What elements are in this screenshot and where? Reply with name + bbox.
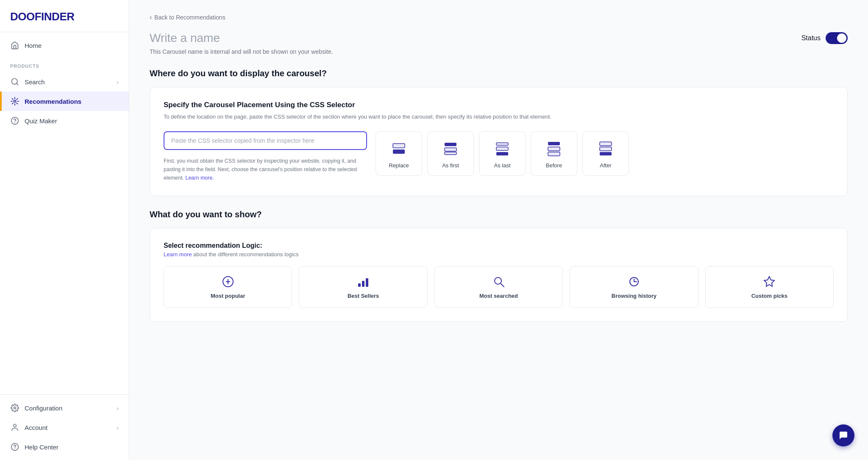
- logic-custom-picks[interactable]: Custom picks: [705, 266, 834, 308]
- svg-rect-22: [600, 152, 612, 155]
- logic-card-label: Most searched: [479, 293, 518, 299]
- svg-rect-17: [548, 142, 560, 145]
- status-area: Status: [801, 32, 848, 44]
- learn-more-link[interactable]: Learn more: [164, 251, 192, 258]
- svg-rect-20: [600, 142, 612, 146]
- rec-logic-subtitle: Learn more about the different recommend…: [164, 251, 834, 258]
- placement-section: Where do you want to display the carouse…: [150, 69, 848, 196]
- svg-rect-15: [496, 147, 508, 150]
- logic-best-sellers[interactable]: Best Sellers: [299, 266, 427, 308]
- sidebar-item-label: Search: [25, 78, 45, 86]
- placement-section-title: Where do you want to display the carouse…: [150, 69, 848, 78]
- position-label: As first: [442, 162, 459, 169]
- svg-rect-9: [393, 144, 405, 148]
- sidebar-item-label: Configuration: [25, 405, 62, 412]
- toggle-knob: [837, 33, 846, 43]
- logic-cards: Most popular Best Sellers Most sear: [164, 266, 834, 308]
- svg-rect-19: [548, 152, 560, 156]
- status-toggle[interactable]: [826, 32, 848, 44]
- position-label: Replace: [389, 162, 409, 169]
- svg-line-28: [501, 283, 504, 287]
- search-icon: [10, 77, 19, 86]
- chevron-right-icon: ›: [117, 405, 119, 412]
- chevron-right-icon: ›: [117, 78, 119, 86]
- page-header: Status: [150, 31, 848, 45]
- sidebar-item-label: Help Center: [25, 443, 58, 451]
- position-as-first[interactable]: As first: [427, 131, 474, 176]
- recommendations-icon: [10, 97, 19, 106]
- svg-rect-21: [600, 147, 612, 151]
- rec-logic-title: Select recommendation Logic:: [164, 242, 834, 249]
- show-section-title: What do you want to show?: [150, 210, 848, 219]
- position-replace[interactable]: Replace: [376, 131, 422, 176]
- brand-name: DOOFINDER: [10, 10, 75, 23]
- placement-card-desc: To define the location on the page, past…: [164, 113, 834, 121]
- sidebar-item-account[interactable]: Account ›: [0, 418, 129, 437]
- status-label: Status: [801, 34, 821, 42]
- chevron-right-icon: ›: [117, 424, 119, 431]
- position-label: As last: [494, 162, 510, 169]
- svg-rect-14: [496, 143, 508, 145]
- products-section-label: PRODUCTS: [0, 55, 129, 72]
- sidebar-bottom: Configuration › Account › Help Center: [0, 394, 129, 460]
- home-icon: [10, 41, 19, 50]
- sidebar-item-quiz-maker[interactable]: Quiz Maker: [0, 111, 129, 130]
- logic-card-label: Most popular: [211, 293, 245, 299]
- position-before[interactable]: Before: [531, 131, 577, 176]
- gear-icon: [10, 403, 19, 413]
- position-label: Before: [546, 162, 562, 169]
- sidebar-item-help-center[interactable]: Help Center: [0, 437, 129, 457]
- css-selector-input[interactable]: [164, 131, 367, 150]
- sidebar: DOOFINDER Home PRODUCTS Search ›: [0, 0, 129, 460]
- logic-most-searched[interactable]: Most searched: [434, 266, 563, 308]
- svg-rect-18: [548, 147, 560, 151]
- account-icon: [10, 423, 19, 432]
- svg-rect-24: [358, 283, 361, 287]
- svg-rect-13: [445, 152, 456, 155]
- show-card: Select recommendation Logic: Learn more …: [150, 228, 848, 322]
- logic-most-popular[interactable]: Most popular: [164, 266, 292, 308]
- main-content: ‹ Back to Recommendations Status This Ca…: [129, 0, 868, 460]
- svg-rect-26: [366, 278, 368, 287]
- carousel-name-input[interactable]: [150, 31, 801, 45]
- svg-point-6: [14, 424, 17, 427]
- page-subtitle: This Carousel name is internal and will …: [150, 48, 848, 55]
- sidebar-item-label: Home: [25, 42, 42, 49]
- breadcrumb[interactable]: ‹ Back to Recommendations: [150, 14, 848, 21]
- quiz-icon: [10, 116, 19, 125]
- svg-rect-11: [445, 143, 456, 146]
- sidebar-item-label: Quiz Maker: [25, 117, 57, 125]
- svg-rect-16: [496, 152, 508, 155]
- logic-card-label: Custom picks: [751, 293, 787, 299]
- learn-more-link[interactable]: Learn more.: [185, 175, 214, 181]
- sidebar-item-label: Account: [25, 424, 47, 431]
- chat-button[interactable]: [832, 424, 854, 446]
- selector-area: First, you must obtain the CSS selector …: [164, 131, 834, 182]
- position-as-last[interactable]: As last: [479, 131, 526, 176]
- breadcrumb-label: Back to Recommendations: [154, 14, 225, 21]
- position-after[interactable]: After: [582, 131, 629, 176]
- position-cards: Replace As first: [376, 131, 629, 176]
- svg-rect-10: [393, 150, 405, 154]
- placement-card-title: Specify the Carousel Placement Using the…: [164, 101, 834, 109]
- logic-browsing-history[interactable]: Browsing history: [570, 266, 698, 308]
- help-icon: [10, 442, 19, 452]
- sidebar-item-search[interactable]: Search ›: [0, 72, 129, 91]
- position-label: After: [600, 162, 611, 169]
- sidebar-item-recommendations[interactable]: Recommendations: [0, 91, 129, 111]
- svg-point-5: [14, 407, 16, 409]
- sidebar-nav: Home PRODUCTS Search › Recommendations: [0, 32, 129, 394]
- svg-point-2: [14, 100, 16, 103]
- chevron-left-icon: ‹: [150, 14, 152, 21]
- logic-card-label: Best Sellers: [348, 293, 379, 299]
- selector-hint: First, you must obtain the CSS selector …: [164, 157, 367, 182]
- show-section: What do you want to show? Select recomme…: [150, 210, 848, 322]
- sidebar-item-home[interactable]: Home: [0, 36, 129, 55]
- logo: DOOFINDER: [0, 0, 129, 32]
- sidebar-item-configuration[interactable]: Configuration ›: [0, 398, 129, 418]
- placement-card: Specify the Carousel Placement Using the…: [150, 87, 848, 196]
- sidebar-item-label: Recommendations: [25, 98, 81, 105]
- selector-left: First, you must obtain the CSS selector …: [164, 131, 367, 182]
- svg-rect-12: [445, 148, 456, 151]
- logic-card-label: Browsing history: [612, 293, 657, 299]
